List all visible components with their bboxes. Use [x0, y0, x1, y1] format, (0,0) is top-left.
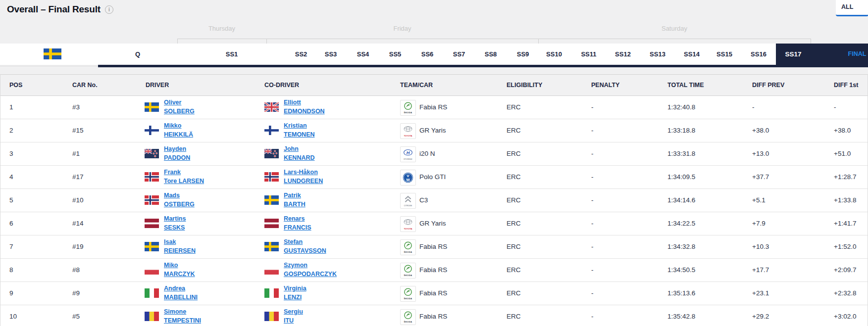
driver-flag-icon	[145, 242, 159, 251]
driver-first-name-link[interactable]: Hayden	[164, 145, 190, 153]
car-number-value: #5	[72, 305, 80, 326]
stage-tab-ss3[interactable]: SS3	[325, 44, 337, 65]
driver-first-name-link[interactable]: Andrea	[164, 284, 198, 292]
codriver-first-name-link[interactable]: Lars-Håkon	[284, 168, 323, 176]
position-value: 1	[9, 96, 13, 119]
stage-tab-ss4[interactable]: SS4	[357, 44, 369, 65]
codriver-last-name-link[interactable]: GOSPODARCZYK	[284, 270, 337, 278]
driver-first-name-link[interactable]: Simone	[164, 308, 201, 316]
codriver-first-name-link[interactable]: Sergiu	[284, 308, 303, 316]
codriver-last-name-link[interactable]: TEMONEN	[284, 131, 315, 139]
codriver-last-name-link[interactable]: LENZI	[284, 293, 306, 301]
car-number-value: #17	[72, 166, 84, 188]
stage-tab-ss2[interactable]: SS2	[295, 44, 307, 65]
driver-last-name-link[interactable]: REIERSEN	[164, 247, 196, 255]
total-time-value: 1:32:40.8	[667, 96, 695, 119]
driver-last-name-link[interactable]: Tore LARSEN	[164, 177, 204, 185]
driver-last-name-link[interactable]: TEMPESTINI	[164, 317, 201, 325]
penalty-value: -	[591, 189, 594, 212]
stage-tab-ss5[interactable]: SS5	[389, 44, 402, 65]
driver-flag-icon	[145, 172, 159, 182]
driver-first-name-link[interactable]: Mads	[164, 191, 195, 199]
codriver-first-name-link[interactable]: Renars	[284, 215, 311, 223]
stage-tab-ss12[interactable]: SS12	[615, 44, 631, 65]
car-brand-logo-icon: ŠKODA	[400, 239, 416, 255]
codriver-last-name-link[interactable]: ITU	[284, 317, 303, 325]
driver-flag-icon	[145, 126, 159, 135]
car-model-label: i20 N	[419, 142, 435, 165]
car-number-value: #1	[72, 142, 80, 165]
codriver-last-name-link[interactable]: LUNDGREEN	[284, 177, 323, 185]
driver-first-name-link[interactable]: Frank	[164, 168, 204, 176]
codriver-first-name-link[interactable]: Szymon	[284, 261, 337, 269]
position-value: 9	[9, 282, 13, 305]
driver-last-name-link[interactable]: MARCZYK	[164, 270, 195, 278]
driver-last-name-link[interactable]: MABELLINI	[164, 293, 198, 301]
driver-flag-icon	[145, 102, 159, 112]
codriver-first-name-link[interactable]: Kristian	[284, 122, 315, 130]
column-header-team-car: TEAM/CAR	[400, 75, 433, 95]
driver-first-name-link[interactable]: Oliver	[164, 98, 195, 106]
diff-prev-value: +5.1	[752, 189, 766, 212]
driver-first-name-link[interactable]: Miko	[164, 261, 195, 269]
page-title: Overall – Final Result	[7, 4, 101, 15]
final-tab[interactable]: FINAL	[848, 44, 867, 65]
driver-last-name-link[interactable]: PADDON	[164, 154, 190, 162]
stage-tab-ss14[interactable]: SS14	[684, 44, 700, 65]
codriver-first-name-link[interactable]: Elliott	[284, 98, 325, 106]
position-value: 5	[9, 189, 13, 212]
codriver-last-name-link[interactable]: BARTH	[284, 200, 306, 208]
stage-tab-ss11[interactable]: SS11	[581, 44, 596, 65]
driver-first-name-link[interactable]: Martins	[164, 215, 186, 223]
codriver-last-name-link[interactable]: KENNARD	[284, 154, 315, 162]
codriver-first-name-link[interactable]: Virginia	[284, 284, 306, 292]
stage-tab-ss6[interactable]: SS6	[421, 44, 434, 65]
table-row: 9 #9 Andrea MABELLINI Virginia LENZI ŠKO…	[0, 282, 868, 305]
stage-tab-ss9[interactable]: SS9	[517, 44, 529, 65]
stage-tab-ss8[interactable]: SS8	[485, 44, 497, 65]
stage-tab-ss13[interactable]: SS13	[650, 44, 665, 65]
diff-prev-value: +23.1	[752, 282, 769, 305]
column-header-total-time: TOTAL TIME	[667, 75, 704, 95]
driver-first-name-link[interactable]: Mikko	[164, 122, 193, 130]
table-row: 6 #14 Martins SESKS Renars FRANCIS TOYOT…	[0, 212, 868, 235]
driver-last-name-link[interactable]: HEIKKILÄ	[164, 131, 193, 139]
driver-flag-icon	[145, 195, 159, 205]
diff-first-value: +1:28.7	[834, 166, 856, 188]
info-icon[interactable]: i	[105, 5, 113, 14]
active-stage-tab[interactable]: SS17 FINAL	[776, 44, 868, 67]
all-tab[interactable]: ALL	[836, 0, 868, 16]
total-time-value: 1:33:31.8	[667, 142, 695, 165]
codriver-first-name-link[interactable]: Stefan	[284, 238, 326, 246]
codriver-last-name-link[interactable]: EDMONDSON	[284, 107, 325, 115]
codriver-first-name-link[interactable]: John	[284, 145, 315, 153]
driver-last-name-link[interactable]: OSTBERG	[164, 200, 195, 208]
eligibility-value: ERC	[507, 96, 521, 119]
stage-tab-ss7[interactable]: SS7	[453, 44, 465, 65]
stage-tab-ss10[interactable]: SS10	[546, 44, 562, 65]
codriver-last-name-link[interactable]: GUSTAVSSON	[284, 247, 326, 255]
codriver-flag-icon	[264, 288, 279, 298]
driver-first-name-link[interactable]: Isak	[164, 238, 196, 246]
penalty-value: -	[591, 259, 594, 281]
stage-tab-q[interactable]: Q	[135, 44, 140, 65]
stage-tab-ss17[interactable]: SS17	[785, 44, 801, 65]
codriver-first-name-link[interactable]: Patrik	[284, 191, 306, 199]
stage-tab-ss15[interactable]: SS15	[716, 44, 732, 65]
svg-text:ŠKODA: ŠKODA	[404, 321, 412, 323]
codriver-flag-icon	[264, 219, 279, 228]
results-page: Overall – Final Result i ALL ThursdayFri…	[0, 0, 868, 326]
total-time-value: 1:34:32.8	[667, 235, 695, 258]
stage-tab-ss16[interactable]: SS16	[751, 44, 766, 65]
driver-last-name-link[interactable]: SOLBERG	[164, 107, 195, 115]
total-time-value: 1:35:42.8	[667, 305, 695, 326]
svg-text:TOYOTA: TOYOTA	[404, 228, 412, 230]
car-model-label: Fabia RS	[419, 259, 447, 281]
codriver-last-name-link[interactable]: FRANCIS	[284, 224, 311, 232]
table-row: 2 #15 Mikko HEIKKILÄ Kristian TEMONEN TO…	[0, 119, 868, 142]
stage-bar-underline	[98, 65, 868, 67]
position-value: 3	[9, 142, 13, 165]
driver-last-name-link[interactable]: SESKS	[164, 224, 186, 232]
table-row: 8 #8 Miko MARCZYK Szymon GOSPODARCZYK ŠK…	[0, 259, 868, 282]
stage-tab-ss1[interactable]: SS1	[226, 44, 238, 65]
